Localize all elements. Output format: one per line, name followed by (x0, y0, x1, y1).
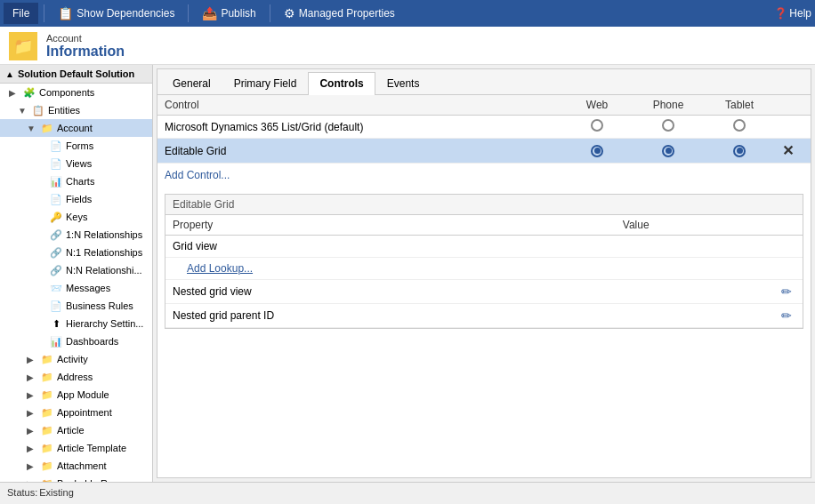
radio-tablet-editable[interactable] (733, 145, 746, 157)
sidebar-item-article-template[interactable]: ▶ 📁 Article Template (0, 439, 152, 457)
col-control: Control (157, 95, 561, 116)
table-row[interactable]: Editable Grid ✕ (157, 139, 811, 164)
app-module-label: App Module (57, 389, 109, 400)
hierarchy-label: Hierarchy Settin... (66, 318, 143, 329)
views-label: Views (66, 158, 92, 169)
sidebar-item-nn-relationships[interactable]: 🔗 N:N Relationshi... (0, 261, 152, 279)
editable-remove[interactable]: ✕ (775, 139, 811, 164)
controls-table: Control Web Phone Tablet Microsoft Dynam… (157, 95, 811, 164)
sidebar-item-app-module[interactable]: ▶ 📁 App Module (0, 386, 152, 404)
radio-phone-dynamics[interactable] (662, 119, 674, 132)
sidebar-item-components[interactable]: ▶ 🧩 Components (0, 84, 152, 101)
content-scroll: Control Web Phone Tablet Microsoft Dynam… (157, 95, 811, 477)
sidebar-item-hierarchy-settings[interactable]: ⬆ Hierarchy Settin... (0, 315, 152, 332)
account-icon: 📁 (40, 121, 54, 135)
value-nested-grid-view (616, 280, 774, 304)
action-nested-grid-view[interactable]: ✏ (774, 280, 803, 304)
col-action (775, 95, 811, 116)
sidebar-item-views[interactable]: 📄 Views (0, 155, 152, 172)
appointment-icon: 📁 (40, 405, 54, 420)
tab-primary-field[interactable]: Primary Field (222, 72, 309, 94)
main-layout: ▲ Solution Default Solution ▶ 🧩 Componen… (0, 65, 815, 482)
show-dependencies-button[interactable]: 📋 Show Dependencies (50, 3, 182, 24)
keys-icon: 🔑 (49, 210, 63, 224)
publish-button[interactable]: 📤 Publish (194, 3, 263, 24)
show-dependencies-icon: 📋 (58, 6, 73, 20)
editable-tablet-radio[interactable] (704, 139, 775, 164)
managed-properties-icon: ⚙ (284, 6, 295, 20)
radio-web-dynamics[interactable] (591, 119, 603, 132)
expand-attachment: ▶ (27, 461, 37, 471)
radio-web-editable[interactable] (591, 145, 603, 157)
sidebar-item-forms[interactable]: 📄 Forms (0, 137, 152, 155)
add-lookup-cell[interactable]: Add Lookup... (165, 258, 774, 280)
publish-icon: 📤 (202, 6, 217, 20)
expand-article-template: ▶ (27, 444, 37, 453)
editable-grid-section: Editable Grid Property Value Grid view (165, 194, 803, 329)
bookable-1-icon: 📁 (40, 476, 54, 482)
address-label: Address (57, 372, 93, 382)
attachment-label: Attachment (57, 460, 107, 471)
expand-bookable-1: ▶ (27, 479, 37, 483)
editable-web-radio[interactable] (561, 139, 633, 164)
radio-tablet-dynamics[interactable] (733, 119, 746, 132)
help-label: Help (789, 7, 811, 20)
edit-nested-grid-view-icon[interactable]: ✏ (781, 284, 792, 299)
sidebar-item-address[interactable]: ▶ 📁 Address (0, 368, 152, 386)
bookable-1-label: Bookable Resource (57, 478, 142, 482)
views-icon: 📄 (49, 156, 63, 171)
sidebar-item-activity[interactable]: ▶ 📁 Activity (0, 350, 152, 368)
sidebar-title: Solution Default Solution (18, 68, 134, 79)
expand-account: ▼ (27, 124, 37, 133)
sidebar-item-attachment[interactable]: ▶ 📁 Attachment (0, 457, 152, 475)
sidebar-item-dashboards[interactable]: 📊 Dashboards (0, 332, 152, 350)
nn-icon: 🔗 (49, 263, 63, 277)
entities-label: Entities (48, 105, 80, 116)
article-label: Article (57, 425, 85, 436)
sidebar-item-appointment[interactable]: ▶ 📁 Appointment (0, 404, 152, 421)
sidebar-item-bookable-resource-1[interactable]: ▶ 📁 Bookable Resource (0, 475, 152, 482)
sidebar-item-messages[interactable]: 📨 Messages (0, 279, 152, 297)
managed-properties-button[interactable]: ⚙ Managed Properties (276, 3, 403, 24)
add-control-link[interactable]: Add Control... (165, 169, 230, 181)
table-row[interactable]: Microsoft Dynamics 365 List/Grid (defaul… (157, 116, 811, 139)
n1-label: N:1 Relationships (66, 247, 142, 258)
action-lookup (774, 258, 803, 280)
sidebar-item-business-rules[interactable]: 📄 Business Rules (0, 297, 152, 315)
entity-icon: 📁 (9, 32, 37, 60)
sidebar-item-n1-relationships[interactable]: 🔗 N:1 Relationships (0, 244, 152, 261)
remove-editable-button[interactable]: ✕ (782, 142, 794, 159)
tab-events[interactable]: Events (375, 72, 432, 94)
sidebar-item-keys[interactable]: 🔑 Keys (0, 208, 152, 226)
sidebar-item-1n-relationships[interactable]: 🔗 1:N Relationships (0, 226, 152, 244)
add-lookup-link[interactable]: Add Lookup... (187, 262, 253, 275)
sidebar-item-fields[interactable]: 📄 Fields (0, 190, 152, 208)
expand-activity: ▶ (27, 355, 37, 364)
dynamics-tablet-radio[interactable] (704, 116, 775, 139)
status-label: Status: (7, 487, 37, 498)
separator-2 (188, 4, 189, 22)
editable-phone-radio[interactable] (633, 139, 704, 164)
dynamics-action (775, 116, 811, 139)
radio-phone-editable[interactable] (662, 145, 674, 157)
tab-controls[interactable]: Controls (308, 72, 375, 95)
sidebar-item-charts[interactable]: 📊 Charts (0, 172, 152, 190)
managed-properties-label: Managed Properties (299, 7, 395, 20)
expand-entities: ▼ (18, 106, 28, 116)
file-button[interactable]: File (4, 3, 38, 24)
sidebar-item-entities[interactable]: ▼ 📋 Entities (0, 101, 152, 119)
tab-general[interactable]: General (161, 72, 222, 94)
dynamics-phone-radio[interactable] (633, 116, 704, 139)
sidebar-scroll-up[interactable]: ▲ (5, 69, 14, 79)
value-nested-grid-parent-id (616, 304, 774, 328)
sidebar-header: ▲ Solution Default Solution (0, 65, 152, 84)
action-nested-grid-parent-id[interactable]: ✏ (774, 304, 803, 328)
expand-address: ▶ (27, 372, 37, 382)
help-button[interactable]: ❓ Help (774, 7, 811, 20)
charts-label: Charts (66, 176, 94, 187)
property-table: Property Value Grid view (165, 215, 803, 328)
edit-nested-grid-parent-icon[interactable]: ✏ (781, 308, 792, 323)
sidebar-item-account[interactable]: ▼ 📁 Account (0, 119, 152, 137)
dynamics-web-radio[interactable] (561, 116, 633, 139)
sidebar-item-article[interactable]: ▶ 📁 Article (0, 421, 152, 439)
